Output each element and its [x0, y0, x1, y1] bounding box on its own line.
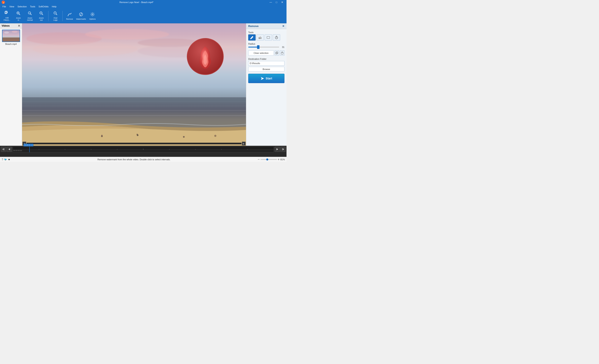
video-thumbnail[interactable] [2, 30, 20, 42]
paste-frame-button[interactable] [280, 50, 284, 56]
zoom-out-icon [39, 11, 44, 17]
video-area[interactable]: ◀ ▶ [22, 23, 246, 146]
zoom-out-label: Zoomout [39, 17, 44, 21]
close-button[interactable]: ✕ [280, 0, 285, 4]
right-panel-close-button[interactable]: ✕ [282, 25, 284, 28]
zoom-normal-icon: 1:1 [27, 11, 32, 17]
video-list: Beach.mp4 [0, 28, 22, 46]
clear-selection-button[interactable]: Clear selection [248, 50, 274, 56]
add-files-icon [5, 11, 9, 16]
watermarks-button[interactable]: Watermarks [76, 10, 86, 22]
tools-row [248, 34, 284, 41]
svg-rect-20 [2, 39, 20, 42]
find-logo-icon [53, 11, 58, 17]
zoom-out-button[interactable]: Zoomout [36, 10, 47, 22]
rect-tool-button[interactable] [264, 34, 272, 41]
radius-slider[interactable] [248, 47, 279, 47]
options-label: Options [89, 18, 96, 20]
svg-rect-19 [2, 38, 20, 42]
svg-rect-54 [281, 53, 283, 54]
svg-rect-34 [22, 115, 246, 116]
svg-rect-46 [267, 36, 270, 38]
right-panel-title: Remove [248, 25, 259, 28]
watermarks-icon [79, 12, 83, 18]
zoom-increase-button[interactable]: + [278, 158, 280, 161]
remove-label: Remove [66, 18, 73, 20]
sidebar-title: Videos [2, 24, 10, 27]
zoom-slider[interactable] [261, 159, 277, 160]
options-button[interactable]: Options [87, 10, 98, 22]
restore-button[interactable]: □ [274, 0, 279, 4]
timeline-playhead[interactable]: 00:00:02 13 [29, 147, 30, 152]
titlebar-title: Remove Logo Now! - Beach.mp4* [5, 1, 268, 3]
copy-frame-button[interactable] [275, 50, 279, 56]
menu-help[interactable]: Help [50, 5, 58, 8]
timeline-end-button[interactable] [280, 147, 286, 152]
statusbar: ? 🐦 ★ Remove watermark from the whole vi… [0, 157, 287, 162]
svg-point-25 [85, 29, 169, 39]
svg-text:1:1: 1:1 [29, 12, 31, 14]
toolbar-separator-1 [48, 11, 49, 21]
start-button[interactable]: ➤ Start [248, 74, 284, 83]
brush-tool-button[interactable] [248, 34, 255, 41]
titlebar: 🔥 Remove Logo Now! - Beach.mp4* — □ ✕ [0, 0, 287, 5]
zoom-normal-label: Zoomnormal [27, 17, 33, 21]
svg-point-27 [33, 42, 138, 56]
zoom-in-label: Zoomin [16, 17, 21, 21]
zoom-decrease-button[interactable]: − [258, 158, 259, 161]
timer-tool-button[interactable] [273, 34, 280, 41]
right-panel-body: Tools [246, 29, 287, 85]
timeline-track[interactable]: 00:00:02 13 00:00:00.00 [13, 146, 274, 152]
titlebar-controls: — □ ✕ [268, 0, 285, 4]
canvas-scrollbar: ◀ ▶ [22, 142, 246, 145]
radius-row: 31 [248, 46, 284, 48]
browse-button[interactable]: Browse [248, 67, 284, 72]
toolbar-separator-2 [62, 11, 63, 21]
menu-tools[interactable]: Tools [28, 5, 37, 8]
menu-selection[interactable]: Selection [16, 5, 28, 8]
find-logo-button[interactable]: FindLogo [50, 10, 61, 22]
timeline-start-button[interactable] [1, 147, 6, 152]
find-logo-label: FindLogo [53, 17, 58, 21]
remove-button[interactable]: Remove [64, 10, 75, 22]
start-label: Start [266, 77, 272, 80]
zoom-in-icon [16, 11, 21, 17]
add-files-button[interactable]: AddFile(s)... [2, 10, 12, 22]
tools-label: Tools [248, 31, 284, 34]
menu-file[interactable]: File [1, 5, 8, 8]
zoom-in-button[interactable]: Zoomin [13, 10, 24, 22]
svg-marker-57 [9, 148, 10, 150]
menu-view[interactable]: View [8, 5, 16, 8]
destination-section: Destination Folder Browse [248, 58, 284, 72]
timeline-start-time: 00:00:00.00 [13, 150, 22, 151]
remove-icon [67, 12, 72, 18]
destination-input[interactable] [248, 61, 284, 65]
svg-marker-55 [2, 148, 3, 150]
statusbar-icon-1[interactable]: 🐦 [4, 158, 7, 161]
zoom-out-status-button[interactable]: ? [2, 158, 3, 161]
zoom-normal-button[interactable]: 1:1 Zoomnormal [25, 10, 35, 22]
scroll-right-button[interactable]: ▶ [242, 142, 246, 145]
toolbar: AddFile(s)... Zoomin 1:1 Zoomnormal Zoom… [0, 9, 287, 23]
minimize-button[interactable]: — [268, 0, 273, 4]
logo-circle [187, 38, 224, 75]
sidebar-close-button[interactable]: ✕ [18, 24, 20, 27]
svg-rect-56 [4, 148, 4, 150]
radius-section: Radius 31 [248, 43, 284, 48]
tools-section: Tools [248, 31, 284, 41]
svg-rect-70 [282, 148, 283, 150]
timeline-time-display: 00:00:02 13 [24, 144, 33, 146]
svg-line-5 [19, 14, 20, 15]
eraser-tool-button[interactable] [256, 34, 264, 41]
main-layout: Videos ✕ [0, 23, 287, 146]
svg-marker-68 [276, 148, 278, 150]
add-files-label: AddFile(s)... [4, 17, 10, 21]
start-arrow-icon: ➤ [261, 76, 264, 81]
timeline-next-button[interactable] [275, 147, 280, 152]
statusbar-left: ? 🐦 ★ [2, 158, 10, 161]
timeline-prev-button[interactable] [7, 147, 12, 152]
menubar: File View Selection Tools SoftOrbits Hel… [0, 5, 287, 9]
statusbar-icon-2[interactable]: ★ [8, 158, 10, 161]
video-canvas: ◀ ▶ [22, 23, 246, 146]
menu-softorbits[interactable]: SoftOrbits [37, 5, 50, 8]
